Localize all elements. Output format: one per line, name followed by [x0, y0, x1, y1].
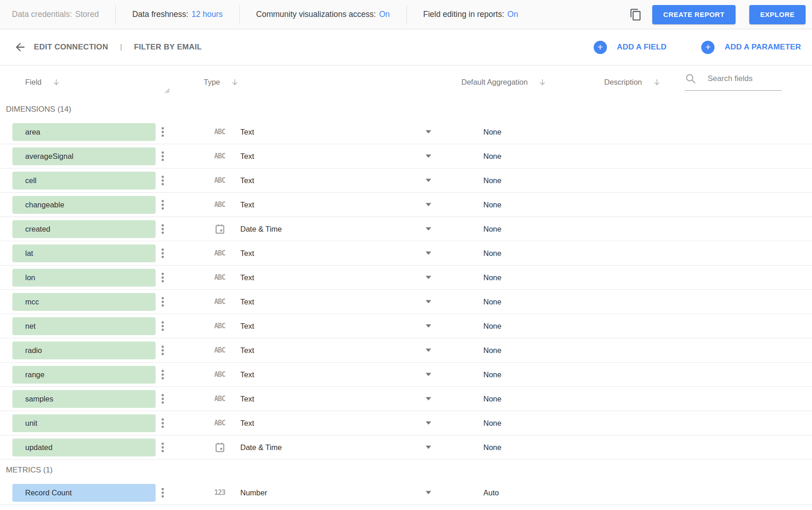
field-type-value[interactable]: Text [240, 419, 254, 428]
section-label: METRICS (1) [0, 460, 812, 481]
field-chip[interactable]: Record Count [12, 484, 156, 502]
more-options-icon[interactable] [160, 174, 166, 187]
search-fields-box[interactable] [685, 73, 782, 91]
field-editing-item[interactable]: Field editing in reports: On [423, 10, 518, 19]
field-chip[interactable]: lat [12, 244, 156, 262]
aggregation-value: None [483, 346, 501, 355]
field-row: unit ABC Text None [0, 411, 812, 435]
type-dropdown-arrow-icon[interactable] [426, 252, 431, 255]
search-fields-input[interactable] [708, 74, 776, 83]
sort-aggregation-icon[interactable] [538, 78, 547, 87]
type-dropdown-arrow-icon[interactable] [426, 228, 431, 231]
more-options-icon[interactable] [160, 417, 166, 430]
back-arrow-icon[interactable] [14, 41, 27, 54]
more-options-icon[interactable] [160, 222, 166, 236]
type-dropdown-arrow-icon[interactable] [426, 397, 431, 401]
more-options-icon[interactable] [160, 486, 166, 499]
field-editing-value[interactable]: On [508, 10, 518, 19]
aggregation-value: None [483, 322, 501, 331]
type-dropdown-arrow-icon[interactable] [426, 300, 431, 304]
field-type-value[interactable]: Date & Time [240, 443, 282, 452]
community-viz-value[interactable]: On [379, 10, 390, 19]
field-column-header: Field [25, 78, 42, 87]
more-options-icon[interactable] [160, 441, 166, 454]
text-type-icon: ABC [209, 395, 231, 403]
sort-field-icon[interactable] [52, 78, 61, 87]
data-credentials-value[interactable]: Stored [75, 10, 99, 19]
field-type-value[interactable]: Text [240, 395, 254, 403]
data-freshness-item[interactable]: Data freshness: 12 hours [132, 10, 223, 19]
field-list: DIMENSIONS (14) area ABC Text None avera… [0, 99, 812, 505]
type-dropdown-arrow-icon[interactable] [426, 325, 431, 328]
number-type-icon: 123 [209, 488, 231, 497]
more-options-icon[interactable] [160, 150, 166, 163]
field-chip[interactable]: unit [12, 414, 156, 432]
field-row: samples ABC Text None [0, 387, 812, 411]
field-type-value[interactable]: Text [240, 249, 254, 258]
create-report-button[interactable]: CREATE REPORT [652, 5, 736, 24]
type-dropdown-arrow-icon[interactable] [426, 422, 431, 425]
type-dropdown-arrow-icon[interactable] [426, 446, 431, 449]
data-credentials-item[interactable]: Data credentials: Stored [12, 10, 99, 19]
more-options-icon[interactable] [160, 247, 166, 260]
field-chip[interactable]: lon [12, 269, 156, 287]
community-viz-item[interactable]: Community visualizations access: On [256, 10, 390, 19]
more-options-icon[interactable] [160, 295, 166, 309]
field-row: area ABC Text None [0, 120, 812, 144]
field-chip[interactable]: mcc [12, 293, 156, 311]
field-type-value[interactable]: Text [240, 370, 254, 379]
sort-type-icon[interactable] [230, 78, 239, 87]
field-row: radio ABC Text None [0, 338, 812, 363]
field-name: changeable [25, 201, 64, 209]
field-name: created [25, 225, 50, 233]
more-options-icon[interactable] [160, 320, 166, 333]
more-options-icon[interactable] [160, 344, 166, 357]
add-a-parameter-button[interactable]: + ADD A PARAMETER [701, 41, 801, 54]
field-chip[interactable]: area [12, 123, 156, 141]
field-type-value[interactable]: Text [240, 298, 254, 306]
more-options-icon[interactable] [160, 198, 166, 212]
copy-icon[interactable] [629, 8, 642, 21]
field-chip[interactable]: samples [12, 390, 156, 408]
type-dropdown-arrow-icon[interactable] [426, 203, 431, 206]
field-type-value[interactable]: Number [240, 488, 267, 497]
type-dropdown-arrow-icon[interactable] [426, 130, 431, 134]
type-dropdown-arrow-icon[interactable] [426, 179, 431, 182]
field-chip[interactable]: range [12, 366, 156, 384]
field-chip[interactable]: cell [12, 172, 156, 190]
field-type-value[interactable]: Text [240, 152, 254, 161]
type-dropdown-arrow-icon[interactable] [426, 491, 431, 494]
field-chip[interactable]: radio [12, 342, 156, 359]
type-dropdown-arrow-icon[interactable] [426, 373, 431, 376]
field-type-value[interactable]: Text [240, 273, 254, 282]
more-options-icon[interactable] [160, 368, 166, 381]
type-dropdown-arrow-icon[interactable] [426, 349, 431, 352]
field-chip[interactable]: changeable [12, 196, 156, 214]
more-options-icon[interactable] [160, 125, 166, 139]
plus-icon: + [594, 41, 607, 54]
field-type-value[interactable]: Text [240, 201, 254, 209]
field-chip[interactable]: net [12, 317, 156, 335]
field-name: unit [25, 419, 38, 428]
filter-by-email-button[interactable]: FILTER BY EMAIL [134, 43, 202, 52]
field-type-value[interactable]: Text [240, 128, 254, 136]
more-options-icon[interactable] [160, 392, 166, 406]
field-type-value[interactable]: Date & Time [240, 225, 282, 233]
column-resize-grip-icon[interactable] [164, 87, 170, 95]
explore-button[interactable]: EXPLORE [749, 5, 806, 24]
field-type-value[interactable]: Text [240, 322, 254, 331]
type-dropdown-arrow-icon[interactable] [426, 155, 431, 158]
search-icon [685, 73, 697, 85]
edit-connection-button[interactable]: EDIT CONNECTION [34, 43, 108, 52]
data-freshness-value[interactable]: 12 hours [191, 10, 222, 19]
add-a-field-button[interactable]: + ADD A FIELD [594, 41, 667, 54]
field-chip[interactable]: averageSignal [12, 147, 156, 165]
field-type-value[interactable]: Text [240, 176, 254, 185]
sort-description-icon[interactable] [652, 78, 661, 87]
plus-icon: + [701, 41, 715, 54]
field-type-value[interactable]: Text [240, 346, 254, 355]
more-options-icon[interactable] [160, 271, 166, 284]
type-dropdown-arrow-icon[interactable] [426, 276, 431, 279]
field-chip[interactable]: updated [12, 439, 156, 456]
field-chip[interactable]: created [12, 220, 156, 238]
